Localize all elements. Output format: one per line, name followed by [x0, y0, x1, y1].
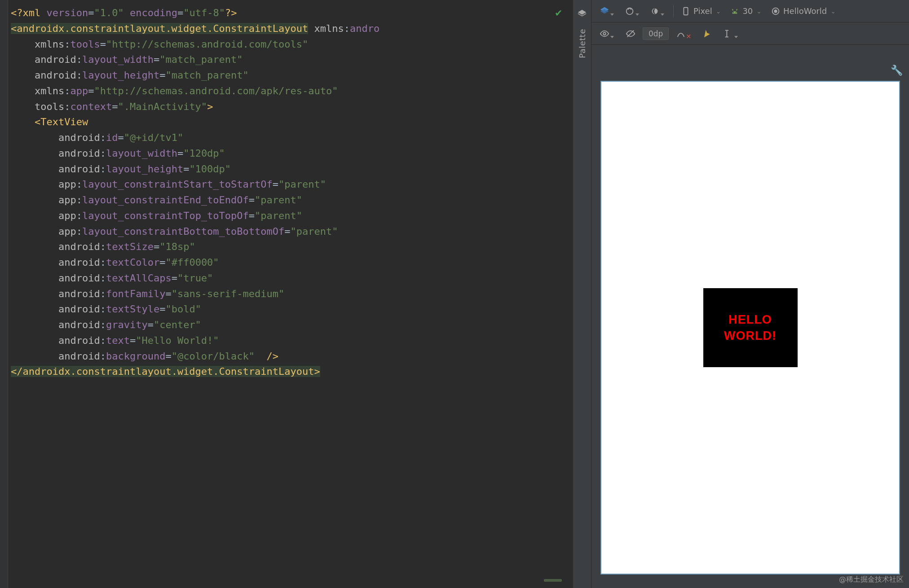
device-selector[interactable]: Pixel⌄: [678, 4, 724, 18]
palette-label: Palette: [578, 29, 587, 58]
margin-text: 0dp: [649, 29, 663, 38]
night-mode-icon[interactable]: [647, 4, 669, 18]
device-label: Pixel: [693, 6, 712, 16]
inspection-ok-icon: ✔: [556, 6, 562, 19]
design-surface-mode-icon[interactable]: [597, 4, 618, 18]
editor-gutter: [0, 0, 8, 588]
guidelines-icon[interactable]: [721, 27, 742, 40]
api-label: 30: [742, 6, 753, 16]
xml-editor-pane[interactable]: ✔ <?xml version="1.0" encoding="utf-8"?>…: [0, 0, 573, 588]
palette-strip[interactable]: Palette: [573, 0, 591, 588]
design-toolbar-bottom: 0dp ✕: [591, 22, 909, 45]
view-options-icon[interactable]: [597, 27, 618, 40]
design-pane: Pixel⌄ 30⌄ HelloWorld⌄ 0dp ✕ 🔧: [591, 0, 909, 588]
scrollbar-marker: [544, 579, 562, 582]
attributes-wrench-icon[interactable]: 🔧: [891, 65, 903, 76]
api-selector[interactable]: 30⌄: [727, 4, 764, 18]
preview-textview[interactable]: HELLO WORLD!: [703, 288, 798, 367]
svg-point-6: [774, 10, 777, 13]
margin-value[interactable]: 0dp: [643, 27, 669, 40]
preview-text: HELLO WORLD!: [703, 312, 798, 344]
toolbar-separator: [673, 5, 674, 18]
clear-constraints-icon[interactable]: ✕: [673, 27, 697, 40]
design-toolbar-top: Pixel⌄ 30⌄ HelloWorld⌄: [591, 0, 909, 22]
infer-constraints-icon[interactable]: [701, 27, 716, 40]
code-area[interactable]: <?xml version="1.0" encoding="utf-8"?><a…: [0, 0, 573, 385]
svg-point-7: [603, 32, 606, 35]
svg-rect-2: [684, 7, 688, 15]
svg-point-3: [733, 12, 734, 13]
watermark: @稀土掘金技术社区: [839, 575, 904, 584]
device-preview[interactable]: HELLO WORLD!: [600, 81, 900, 575]
blueprint-toggle-icon[interactable]: [623, 27, 638, 40]
layers-icon: [577, 9, 587, 19]
design-canvas[interactable]: 🔧 HELLO WORLD!: [591, 45, 909, 588]
svg-point-0: [627, 8, 633, 14]
theme-label: HelloWorld: [783, 6, 827, 16]
svg-point-4: [736, 12, 737, 13]
orientation-icon[interactable]: [622, 4, 644, 18]
theme-selector[interactable]: HelloWorld⌄: [768, 4, 838, 18]
